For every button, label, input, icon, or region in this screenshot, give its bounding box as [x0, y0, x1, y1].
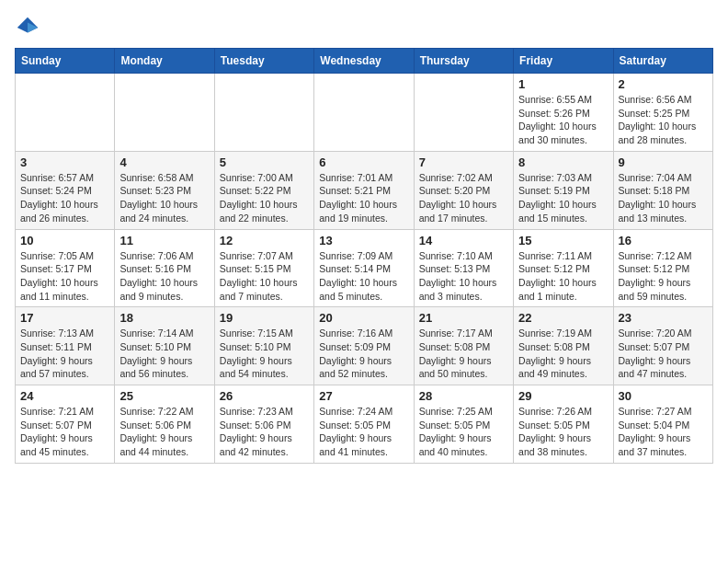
weekday-friday: Friday	[514, 49, 613, 74]
day-number: 20	[319, 311, 408, 325]
day-cell: 27Sunrise: 7:24 AM Sunset: 5:05 PM Dayli…	[314, 385, 414, 464]
day-number: 22	[518, 311, 608, 325]
weekday-monday: Monday	[115, 49, 214, 74]
day-info: Sunrise: 7:19 AM Sunset: 5:08 PM Dayligh…	[518, 327, 608, 381]
page-header	[15, 15, 713, 40]
weekday-saturday: Saturday	[613, 49, 712, 74]
day-info: Sunrise: 7:17 AM Sunset: 5:08 PM Dayligh…	[419, 327, 508, 381]
day-cell: 15Sunrise: 7:11 AM Sunset: 5:12 PM Dayli…	[514, 229, 613, 307]
day-info: Sunrise: 7:24 AM Sunset: 5:05 PM Dayligh…	[319, 405, 408, 459]
weekday-thursday: Thursday	[414, 49, 513, 74]
week-row-4: 17Sunrise: 7:13 AM Sunset: 5:11 PM Dayli…	[16, 307, 713, 385]
day-number: 26	[220, 389, 309, 403]
day-cell: 19Sunrise: 7:15 AM Sunset: 5:10 PM Dayli…	[214, 307, 313, 385]
day-number: 30	[619, 389, 708, 403]
day-info: Sunrise: 7:11 AM Sunset: 5:12 PM Dayligh…	[518, 249, 608, 304]
day-info: Sunrise: 7:03 AM Sunset: 5:19 PM Dayligh…	[518, 171, 608, 225]
day-number: 8	[518, 155, 608, 169]
day-info: Sunrise: 6:56 AM Sunset: 5:25 PM Dayligh…	[619, 93, 708, 147]
day-cell: 23Sunrise: 7:20 AM Sunset: 5:07 PM Dayli…	[613, 307, 712, 385]
day-number: 13	[319, 234, 408, 247]
day-cell: 12Sunrise: 7:07 AM Sunset: 5:15 PM Dayli…	[214, 229, 313, 307]
day-cell: 11Sunrise: 7:06 AM Sunset: 5:16 PM Dayli…	[115, 229, 214, 307]
day-info: Sunrise: 7:13 AM Sunset: 5:11 PM Dayligh…	[20, 327, 109, 381]
week-row-3: 10Sunrise: 7:05 AM Sunset: 5:17 PM Dayli…	[16, 229, 713, 307]
day-cell: 14Sunrise: 7:10 AM Sunset: 5:13 PM Dayli…	[414, 229, 513, 307]
day-number: 29	[518, 389, 608, 403]
day-number: 7	[419, 155, 508, 169]
day-cell: 24Sunrise: 7:21 AM Sunset: 5:07 PM Dayli…	[16, 385, 115, 464]
day-info: Sunrise: 7:06 AM Sunset: 5:16 PM Dayligh…	[119, 249, 209, 304]
day-cell: 3Sunrise: 6:57 AM Sunset: 5:24 PM Daylig…	[16, 151, 115, 229]
day-number: 15	[518, 234, 608, 247]
day-number: 16	[619, 234, 708, 247]
day-cell: 9Sunrise: 7:04 AM Sunset: 5:18 PM Daylig…	[613, 151, 712, 229]
day-number: 4	[119, 155, 209, 169]
day-number: 24	[20, 389, 109, 403]
day-info: Sunrise: 7:16 AM Sunset: 5:09 PM Dayligh…	[319, 327, 408, 381]
day-number: 6	[319, 155, 408, 169]
weekday-sunday: Sunday	[16, 49, 115, 74]
day-number: 17	[20, 311, 109, 325]
day-info: Sunrise: 7:00 AM Sunset: 5:22 PM Dayligh…	[220, 171, 309, 225]
week-row-1: 1Sunrise: 6:55 AM Sunset: 5:26 PM Daylig…	[16, 74, 713, 152]
day-number: 18	[119, 311, 209, 325]
weekday-tuesday: Tuesday	[214, 49, 313, 74]
day-number: 3	[20, 155, 109, 169]
day-number: 12	[220, 234, 309, 247]
day-number: 27	[319, 389, 408, 403]
day-info: Sunrise: 7:09 AM Sunset: 5:14 PM Dayligh…	[319, 249, 408, 304]
day-cell: 20Sunrise: 7:16 AM Sunset: 5:09 PM Dayli…	[314, 307, 414, 385]
day-info: Sunrise: 7:12 AM Sunset: 5:12 PM Dayligh…	[619, 249, 708, 304]
day-cell: 13Sunrise: 7:09 AM Sunset: 5:14 PM Dayli…	[314, 229, 414, 307]
day-info: Sunrise: 7:01 AM Sunset: 5:21 PM Dayligh…	[319, 171, 408, 225]
day-cell: 18Sunrise: 7:14 AM Sunset: 5:10 PM Dayli…	[115, 307, 214, 385]
day-cell: 26Sunrise: 7:23 AM Sunset: 5:06 PM Dayli…	[214, 385, 313, 464]
day-cell: 7Sunrise: 7:02 AM Sunset: 5:20 PM Daylig…	[414, 151, 513, 229]
day-cell: 4Sunrise: 6:58 AM Sunset: 5:23 PM Daylig…	[115, 151, 214, 229]
day-cell: 10Sunrise: 7:05 AM Sunset: 5:17 PM Dayli…	[16, 229, 115, 307]
day-cell: 5Sunrise: 7:00 AM Sunset: 5:22 PM Daylig…	[214, 151, 313, 229]
calendar-table: SundayMondayTuesdayWednesdayThursdayFrid…	[15, 48, 713, 464]
day-cell: 28Sunrise: 7:25 AM Sunset: 5:05 PM Dayli…	[414, 385, 513, 464]
day-info: Sunrise: 7:21 AM Sunset: 5:07 PM Dayligh…	[20, 405, 109, 459]
day-info: Sunrise: 7:07 AM Sunset: 5:15 PM Dayligh…	[220, 249, 309, 304]
day-info: Sunrise: 7:10 AM Sunset: 5:13 PM Dayligh…	[419, 249, 508, 304]
day-cell: 22Sunrise: 7:19 AM Sunset: 5:08 PM Dayli…	[514, 307, 613, 385]
day-number: 28	[419, 389, 508, 403]
day-info: Sunrise: 7:02 AM Sunset: 5:20 PM Dayligh…	[419, 171, 508, 225]
day-info: Sunrise: 7:14 AM Sunset: 5:10 PM Dayligh…	[119, 327, 209, 381]
day-number: 21	[419, 311, 508, 325]
day-info: Sunrise: 6:55 AM Sunset: 5:26 PM Dayligh…	[518, 93, 608, 147]
day-cell: 16Sunrise: 7:12 AM Sunset: 5:12 PM Dayli…	[613, 229, 712, 307]
logo-icon	[15, 15, 40, 40]
day-cell: 21Sunrise: 7:17 AM Sunset: 5:08 PM Dayli…	[414, 307, 513, 385]
day-number: 11	[119, 234, 209, 247]
day-cell: 17Sunrise: 7:13 AM Sunset: 5:11 PM Dayli…	[16, 307, 115, 385]
day-number: 10	[20, 234, 109, 247]
day-info: Sunrise: 7:25 AM Sunset: 5:05 PM Dayligh…	[419, 405, 508, 459]
day-cell: 1Sunrise: 6:55 AM Sunset: 5:26 PM Daylig…	[514, 74, 613, 152]
day-cell	[214, 74, 313, 152]
day-number: 5	[220, 155, 309, 169]
day-number: 1	[518, 77, 608, 91]
day-number: 25	[119, 389, 209, 403]
day-info: Sunrise: 7:22 AM Sunset: 5:06 PM Dayligh…	[119, 405, 209, 459]
day-info: Sunrise: 7:26 AM Sunset: 5:05 PM Dayligh…	[518, 405, 608, 459]
day-info: Sunrise: 7:04 AM Sunset: 5:18 PM Dayligh…	[619, 171, 708, 225]
calendar-body: 1Sunrise: 6:55 AM Sunset: 5:26 PM Daylig…	[16, 74, 713, 464]
day-info: Sunrise: 7:27 AM Sunset: 5:04 PM Dayligh…	[619, 405, 708, 459]
week-row-5: 24Sunrise: 7:21 AM Sunset: 5:07 PM Dayli…	[16, 385, 713, 464]
day-cell: 2Sunrise: 6:56 AM Sunset: 5:25 PM Daylig…	[613, 74, 712, 152]
logo	[15, 15, 44, 40]
day-info: Sunrise: 6:58 AM Sunset: 5:23 PM Dayligh…	[119, 171, 209, 225]
week-row-2: 3Sunrise: 6:57 AM Sunset: 5:24 PM Daylig…	[16, 151, 713, 229]
weekday-header-row: SundayMondayTuesdayWednesdayThursdayFrid…	[16, 49, 713, 74]
day-number: 14	[419, 234, 508, 247]
day-info: Sunrise: 7:15 AM Sunset: 5:10 PM Dayligh…	[220, 327, 309, 381]
day-cell	[115, 74, 214, 152]
day-info: Sunrise: 7:23 AM Sunset: 5:06 PM Dayligh…	[220, 405, 309, 459]
day-cell: 6Sunrise: 7:01 AM Sunset: 5:21 PM Daylig…	[314, 151, 414, 229]
day-cell	[16, 74, 115, 152]
day-number: 2	[619, 77, 708, 91]
